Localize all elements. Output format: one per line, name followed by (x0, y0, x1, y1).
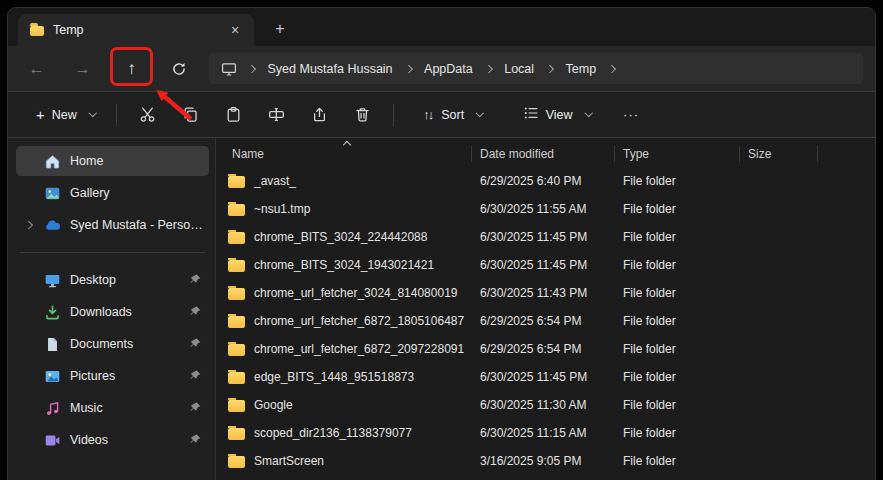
folder-icon (228, 316, 245, 328)
videos-icon (44, 432, 61, 449)
sidebar-list: HomeGallerySyed Mustafa - PersonalDeskto… (16, 146, 209, 455)
file-row-scoped-dir2136-1138379077[interactable]: scoped_dir2136_11383790776/30/2025 11:15… (216, 419, 875, 447)
file-row-smartscreen[interactable]: SmartScreen3/16/2025 9:05 PMFile folder (216, 447, 875, 475)
file-explorer-window: Temp × + ← → ↑ (7, 7, 876, 480)
breadcrumb-item-temp[interactable]: Temp (562, 59, 601, 79)
file-date-cell: 6/30/2025 11:30 AM (472, 398, 615, 412)
forward-button[interactable]: → (66, 52, 99, 85)
sidebar-divider (20, 252, 205, 253)
share-button[interactable] (301, 98, 338, 132)
folder-icon (30, 26, 44, 36)
file-name: chrome_url_fetcher_3024_814080019 (254, 286, 458, 300)
file-type-cell: File folder (615, 202, 740, 216)
file-row-chrome-url-fetcher-3024-814080019[interactable]: chrome_url_fetcher_3024_8140800196/30/20… (216, 279, 875, 307)
pin-icon (189, 433, 203, 447)
column-header-name[interactable]: Name (216, 146, 472, 162)
view-button[interactable]: View (513, 98, 601, 131)
back-button[interactable]: ← (20, 52, 53, 85)
sort-button[interactable]: ↑↓ Sort (413, 100, 492, 129)
column-header-date[interactable]: Date modified (472, 146, 615, 162)
file-list: _avast_6/29/2025 6:40 PMFile folder~nsu1… (216, 167, 875, 475)
file-date-cell: 6/30/2025 11:55 AM (472, 202, 615, 216)
sidebar: HomeGallerySyed Mustafa - PersonalDeskto… (8, 138, 215, 480)
file-row-nsu1-tmp[interactable]: ~nsu1.tmp6/30/2025 11:55 AMFile folder (216, 195, 875, 223)
file-name: chrome_BITS_3024_224442088 (254, 230, 427, 244)
file-row-google[interactable]: Google6/30/2025 11:30 AMFile folder (216, 391, 875, 419)
column-header-type[interactable]: Type (615, 146, 740, 162)
sidebar-item-downloads[interactable]: Downloads (16, 297, 209, 327)
chevron-right-icon (404, 65, 412, 73)
chevron-right-icon[interactable] (25, 221, 33, 229)
pin-icon (189, 337, 203, 351)
file-row-chrome-url-fetcher-6872-1805106487[interactable]: chrome_url_fetcher_6872_18051064876/29/2… (216, 307, 875, 335)
folder-icon (228, 260, 245, 272)
file-name-cell: chrome_url_fetcher_3024_814080019 (216, 286, 472, 300)
rename-button[interactable] (258, 98, 295, 132)
file-name: _avast_ (254, 174, 296, 188)
file-date-cell: 6/29/2025 6:54 PM (472, 314, 615, 328)
sidebar-item-label: Pictures (70, 369, 189, 383)
new-button-label: New (52, 108, 77, 122)
folder-icon (228, 288, 245, 300)
titlebar: Temp × + (8, 8, 875, 46)
new-button[interactable]: + New (24, 101, 107, 129)
file-row-avast[interactable]: _avast_6/29/2025 6:40 PMFile folder (216, 167, 875, 195)
delete-button[interactable] (344, 98, 381, 132)
folder-icon (228, 372, 245, 384)
up-button[interactable]: ↑ (115, 52, 148, 85)
sidebar-item-desktop[interactable]: Desktop (16, 265, 209, 295)
file-date-cell: 6/30/2025 11:15 AM (472, 426, 615, 440)
file-name-cell: chrome_BITS_3024_1943021421 (216, 258, 472, 272)
copy-button[interactable] (172, 98, 209, 132)
sidebar-item-label: Syed Mustafa - Personal (70, 218, 203, 232)
sidebar-item-syed-mustafa-personal[interactable]: Syed Mustafa - Personal (16, 210, 209, 240)
file-name: chrome_BITS_3024_1943021421 (254, 258, 434, 272)
sidebar-item-label: Desktop (70, 273, 189, 287)
file-type-cell: File folder (615, 342, 740, 356)
sidebar-item-label: Documents (70, 337, 189, 351)
sidebar-item-gallery[interactable]: Gallery (16, 178, 209, 208)
gallery-icon (44, 185, 61, 202)
file-row-chrome-bits-3024-224442088[interactable]: chrome_BITS_3024_2244420886/30/2025 11:4… (216, 223, 875, 251)
file-name-cell: chrome_url_fetcher_6872_2097228091 (216, 342, 472, 356)
file-name: scoped_dir2136_1138379077 (254, 426, 412, 440)
file-row-edge-bits-1448-951518873[interactable]: edge_BITS_1448_9515188736/30/2025 11:45 … (216, 363, 875, 391)
chevron-down-icon (584, 109, 592, 117)
column-header-size[interactable]: Size (740, 146, 818, 162)
file-name: chrome_url_fetcher_6872_2097228091 (254, 342, 464, 356)
file-type-cell: File folder (615, 398, 740, 412)
paste-button[interactable] (215, 98, 252, 132)
chevron-right-icon (546, 65, 554, 73)
sidebar-item-label: Videos (70, 433, 189, 447)
new-tab-button[interactable]: + (268, 17, 292, 41)
cut-button[interactable] (129, 98, 166, 132)
breadcrumb-item-syed-mustafa-hussain[interactable]: Syed Mustafa Hussain (264, 59, 397, 79)
downloads-icon (44, 304, 61, 321)
file-row-chrome-bits-3024-1943021421[interactable]: chrome_BITS_3024_19430214216/30/2025 11:… (216, 251, 875, 279)
breadcrumb-item-appdata[interactable]: AppData (420, 59, 477, 79)
sidebar-item-label: Gallery (70, 186, 203, 200)
pictures-icon (44, 368, 61, 385)
file-name-cell: edge_BITS_1448_951518873 (216, 370, 472, 384)
explorer-tab-temp[interactable]: Temp × (18, 14, 254, 46)
file-pane: NameDate modifiedTypeSize _avast_6/29/20… (215, 138, 875, 480)
sidebar-item-home[interactable]: Home (16, 146, 209, 176)
sidebar-item-music[interactable]: Music (16, 393, 209, 423)
refresh-button[interactable] (162, 52, 195, 85)
more-options-button[interactable]: ··· (614, 98, 648, 132)
address-bar[interactable]: Syed Mustafa HussainAppDataLocalTemp (209, 53, 863, 84)
file-row-chrome-url-fetcher-6872-2097228091[interactable]: chrome_url_fetcher_6872_20972280916/29/2… (216, 335, 875, 363)
folder-icon (228, 400, 245, 412)
music-icon (44, 400, 61, 417)
breadcrumb-item-local[interactable]: Local (500, 59, 538, 79)
toolbar-separator (393, 104, 394, 126)
file-name: SmartScreen (254, 454, 324, 468)
plus-icon: + (36, 107, 45, 122)
sidebar-item-videos[interactable]: Videos (16, 425, 209, 455)
sidebar-item-documents[interactable]: Documents (16, 329, 209, 359)
chevron-right-icon (485, 65, 493, 73)
onedrive-icon (44, 217, 61, 234)
sidebar-item-pictures[interactable]: Pictures (16, 361, 209, 391)
tab-close-button[interactable]: × (224, 19, 246, 41)
file-type-cell: File folder (615, 454, 740, 468)
